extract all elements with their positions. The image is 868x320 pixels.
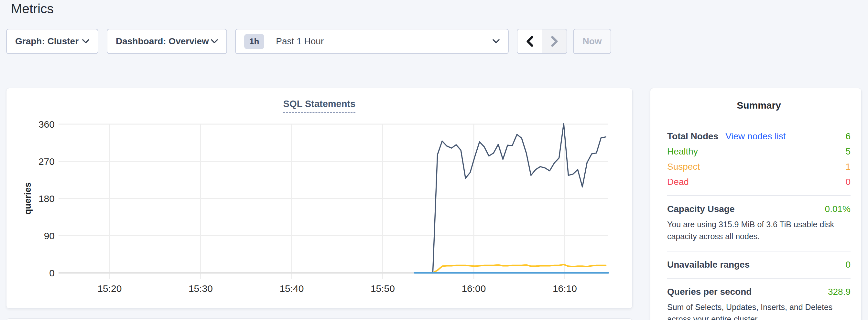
capacity-usage-label: Capacity Usage bbox=[667, 204, 735, 214]
queries-per-second-description: Sum of Selects, Updates, Inserts, and De… bbox=[667, 301, 850, 320]
y-tick-label: 360 bbox=[38, 119, 55, 130]
chevron-down-icon bbox=[211, 39, 218, 44]
queries-per-second-label: Queries per second bbox=[667, 287, 751, 297]
chevron-left-icon bbox=[526, 36, 533, 47]
divider bbox=[667, 251, 850, 252]
unavailable-ranges-value: 0 bbox=[845, 260, 850, 269]
chevron-right-icon bbox=[551, 36, 558, 47]
series-line-yellow bbox=[433, 264, 606, 273]
time-step-back-button[interactable] bbox=[518, 29, 542, 53]
healthy-value: 5 bbox=[845, 147, 850, 156]
capacity-usage-value: 0.01% bbox=[825, 204, 850, 214]
summary-title: Summary bbox=[667, 100, 850, 111]
x-tick-label: 16:00 bbox=[462, 283, 486, 294]
divider bbox=[667, 195, 850, 196]
time-range-label: Past 1 Hour bbox=[276, 36, 493, 46]
suspect-label: Suspect bbox=[667, 162, 700, 172]
now-button[interactable]: Now bbox=[573, 29, 611, 54]
dashboard-dropdown-label: Dashboard: Overview bbox=[116, 36, 209, 46]
dashboard-dropdown[interactable]: Dashboard: Overview bbox=[107, 29, 227, 54]
x-tick-label: 15:20 bbox=[97, 283, 122, 294]
time-step-buttons bbox=[517, 29, 567, 54]
x-tick-label: 15:40 bbox=[279, 283, 304, 294]
healthy-label: Healthy bbox=[667, 147, 698, 156]
total-nodes-label: Total Nodes bbox=[667, 132, 718, 141]
suspect-nodes-row: Suspect 1 bbox=[667, 162, 850, 172]
y-tick-label: 90 bbox=[44, 230, 55, 241]
queries-per-second-value: 328.9 bbox=[828, 287, 850, 297]
page-title: Metrics bbox=[11, 1, 54, 17]
time-range-badge: 1h bbox=[244, 34, 264, 49]
x-tick-label: 16:10 bbox=[553, 283, 577, 294]
suspect-value: 1 bbox=[845, 162, 850, 172]
dead-value: 0 bbox=[845, 177, 850, 187]
summary-panel: Summary Total Nodes View nodes list 6 He… bbox=[650, 88, 862, 320]
capacity-usage-row: Capacity Usage 0.01% bbox=[667, 204, 850, 214]
total-nodes-row: Total Nodes View nodes list 6 bbox=[667, 132, 850, 141]
time-step-forward-button[interactable] bbox=[542, 29, 567, 53]
sql-statements-chart-card: SQL Statements 15:2015:3015:4015:5016:00… bbox=[6, 88, 632, 309]
y-tick-label: 270 bbox=[38, 156, 55, 167]
total-nodes-value: 6 bbox=[845, 132, 850, 141]
graph-dropdown-label: Graph: Cluster bbox=[15, 36, 79, 46]
time-range-selector[interactable]: 1h Past 1 Hour bbox=[235, 29, 509, 54]
graph-dropdown[interactable]: Graph: Cluster bbox=[6, 29, 98, 54]
chevron-down-icon bbox=[82, 39, 89, 44]
healthy-nodes-row: Healthy 5 bbox=[667, 147, 850, 156]
unavailable-ranges-row: Unavailable ranges 0 bbox=[667, 260, 850, 269]
y-axis-title: queries bbox=[23, 182, 33, 215]
dead-nodes-row: Dead 0 bbox=[667, 177, 850, 187]
capacity-usage-description: You are using 315.9 MiB of 3.6 TiB usabl… bbox=[667, 219, 850, 243]
unavailable-ranges-label: Unavailable ranges bbox=[667, 260, 750, 269]
view-nodes-list-link[interactable]: View nodes list bbox=[725, 132, 785, 141]
queries-per-second-row: Queries per second 328.9 bbox=[667, 287, 850, 297]
next-chart-card bbox=[6, 318, 632, 320]
x-tick-label: 15:50 bbox=[371, 283, 395, 294]
y-tick-label: 0 bbox=[49, 268, 55, 278]
sql-statements-chart[interactable]: 15:2015:3015:4015:5016:0016:100901802703… bbox=[6, 88, 633, 309]
chevron-down-icon bbox=[493, 39, 500, 44]
dead-label: Dead bbox=[667, 177, 689, 187]
y-tick-label: 180 bbox=[38, 193, 55, 204]
divider bbox=[667, 278, 850, 279]
x-tick-label: 15:30 bbox=[189, 283, 213, 294]
controls-bar: Graph: Cluster Dashboard: Overview 1h Pa… bbox=[6, 29, 611, 54]
